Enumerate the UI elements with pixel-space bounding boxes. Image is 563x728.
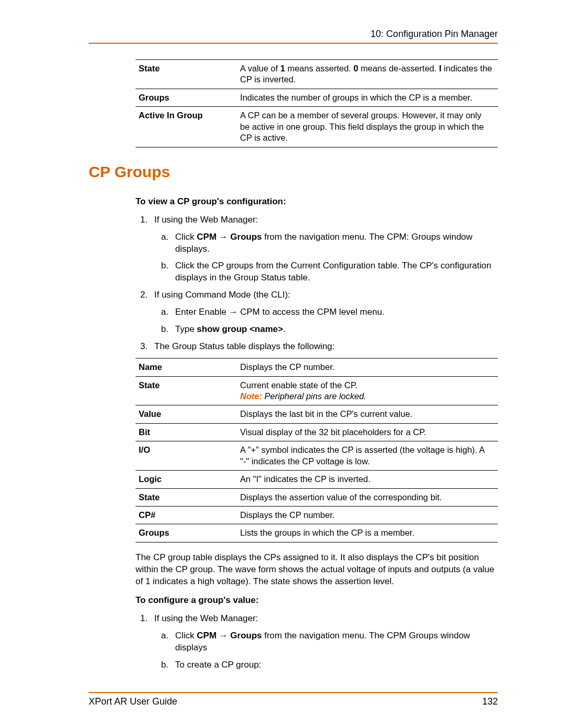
desc-cell: Displays the assertion value of the corr… <box>237 488 498 506</box>
term-cell: Bit <box>136 423 237 441</box>
term-cell: Name <box>136 359 237 376</box>
procedure-list-2: If using the Web Manager: Click CPM → Gr… <box>136 613 498 671</box>
term-cell: Active In Group <box>136 107 237 147</box>
page-content: State A value of 1 means asserted. 0 mea… <box>89 59 498 676</box>
desc-cell: An "I" indicates the CP is inverted. <box>237 471 498 488</box>
sub-list: Enter Enable → CPM to access the CPM lev… <box>154 306 498 336</box>
desc-cell: Current enable state of the CP. Note: Pe… <box>237 376 498 405</box>
list-item: Type show group <name>. <box>171 324 498 336</box>
table-row: Groups Indicates the number of groups in… <box>136 89 498 106</box>
term-cell: Value <box>136 405 237 423</box>
list-item: Click CPM → Groups from the navigation m… <box>171 231 498 255</box>
list-item: Click CPM → Groups from the navigation m… <box>171 630 498 654</box>
desc-cell: A "+" symbol indicates the CP is asserte… <box>237 441 498 471</box>
term-cell: State <box>136 488 237 506</box>
section-heading: CP Groups <box>89 163 498 181</box>
list-item: If using Command Mode (the CLI): Enter E… <box>150 289 498 336</box>
table-row: I/O A "+" symbol indicates the CP is ass… <box>136 441 498 471</box>
table-row: State A value of 1 means asserted. 0 mea… <box>136 60 498 89</box>
footer-page-number: 132 <box>482 696 498 707</box>
term-cell: CP# <box>136 507 237 524</box>
desc-cell: Indicates the number of groups in which … <box>237 89 498 106</box>
desc-cell: A CP can be a member of several groups. … <box>237 107 498 147</box>
list-item: Enter Enable → CPM to access the CPM lev… <box>171 306 498 318</box>
term-cell: State <box>136 376 237 405</box>
term-cell: Logic <box>136 471 237 488</box>
desc-cell: Visual display of the 32 bit placeholder… <box>237 423 498 441</box>
table-row: Value Displays the last bit in the CP's … <box>136 405 498 423</box>
footer-guide: XPort AR User Guide <box>89 696 177 707</box>
page-header: 10: Configuration Pin Manager <box>89 29 498 44</box>
table-row: Name Displays the CP number. <box>136 359 498 376</box>
subheading: To view a CP group's configuration: <box>136 196 498 207</box>
desc-cell: A value of 1 means asserted. 0 means de-… <box>237 60 498 89</box>
desc-cell: Displays the CP number. <box>237 359 498 376</box>
subheading: To configure a group's value: <box>136 595 498 606</box>
definitions-table-2: Name Displays the CP number. State Curre… <box>136 358 498 542</box>
term-cell: Groups <box>136 89 237 106</box>
sub-list: Click CPM → Groups from the navigation m… <box>154 630 498 671</box>
header-title: 10: Configuration Pin Manager <box>371 29 498 39</box>
list-item: If using the Web Manager: Click CPM → Gr… <box>150 613 498 671</box>
term-cell: State <box>136 60 237 89</box>
table-row: State Current enable state of the CP. No… <box>136 376 498 405</box>
table-row: Logic An "I" indicates the CP is inverte… <box>136 471 498 488</box>
sub-list: Click CPM → Groups from the navigation m… <box>154 231 498 285</box>
table-row: Groups Lists the groups in which the CP … <box>136 524 498 542</box>
procedure-list-1: If using the Web Manager: Click CPM → Gr… <box>136 214 498 353</box>
table-row: State Displays the assertion value of th… <box>136 488 498 506</box>
list-item: Click the CP groups from the Current Con… <box>171 260 498 284</box>
page-footer: XPort AR User Guide 132 <box>89 692 498 707</box>
table-row: Bit Visual display of the 32 bit placeho… <box>136 423 498 441</box>
term-cell: Groups <box>136 524 237 542</box>
list-item: The Group Status table displays the foll… <box>150 341 498 353</box>
list-item: If using the Web Manager: Click CPM → Gr… <box>150 214 498 285</box>
page: 10: Configuration Pin Manager State A va… <box>0 0 563 728</box>
definitions-table-1: State A value of 1 means asserted. 0 mea… <box>136 59 498 147</box>
table-row: CP# Displays the CP number. <box>136 507 498 524</box>
list-item: To create a CP group: <box>171 659 498 671</box>
desc-cell: Displays the last bit in the CP's curren… <box>237 405 498 423</box>
paragraph: The CP group table displays the CPs assi… <box>136 552 498 588</box>
desc-cell: Lists the groups in which the CP is a me… <box>237 524 498 542</box>
table-row: Active In Group A CP can be a member of … <box>136 107 498 147</box>
desc-cell: Displays the CP number. <box>237 507 498 524</box>
term-cell: I/O <box>136 441 237 471</box>
